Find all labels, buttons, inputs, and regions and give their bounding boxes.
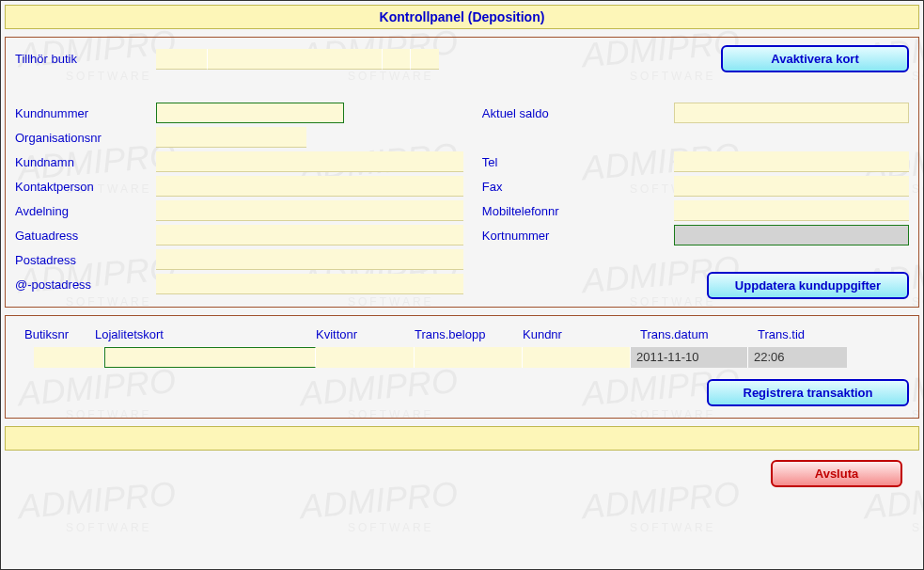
transaction-section: Butiksnr Lojalitetskort Kvittonr Trans.b… xyxy=(5,315,919,419)
label-avdelning: Avdelning xyxy=(15,201,156,221)
header-trans-belopp: Trans.belopp xyxy=(415,327,523,341)
header-kvittonr: Kvittonr xyxy=(316,327,415,341)
mobiltelefonnr-field[interactable] xyxy=(674,200,909,221)
cell-kvittonr[interactable] xyxy=(316,347,415,368)
cell-trans-tid[interactable]: 22:06 xyxy=(748,347,847,368)
label-mobiltelefonnr: Mobiltelefonnr xyxy=(482,201,586,221)
label-organisationsnr: Organisationsnr xyxy=(15,128,156,148)
panel-title: Kontrollpanel (Deposition) xyxy=(5,5,919,29)
cell-trans-belopp[interactable] xyxy=(415,347,523,368)
butik-code-field[interactable] xyxy=(156,49,208,70)
butik-name-field[interactable] xyxy=(208,49,383,70)
label-kortnummer: Kortnummer xyxy=(482,226,586,245)
kundnummer-field[interactable] xyxy=(156,103,344,123)
cell-lojalitetskort[interactable] xyxy=(104,347,316,368)
aktuel-saldo-field[interactable] xyxy=(674,103,909,123)
avdelning-field[interactable] xyxy=(156,200,463,221)
header-butiksnr: Butiksnr xyxy=(24,327,95,341)
avaktivera-kort-button[interactable]: Avaktivera kort xyxy=(721,45,909,72)
cell-butiksnr[interactable] xyxy=(34,347,104,368)
avsluta-button[interactable]: Avsluta xyxy=(771,460,902,487)
label-gatuadress: Gatuadress xyxy=(15,226,156,245)
tel-field[interactable] xyxy=(674,151,909,172)
kundnamn-field[interactable] xyxy=(156,151,463,172)
gatuadress-field[interactable] xyxy=(156,225,463,245)
cell-kundnr[interactable] xyxy=(523,347,631,368)
butik-extra2-field[interactable] xyxy=(411,49,439,70)
window: Kontrollpanel (Deposition) Tillhör butik… xyxy=(0,0,924,570)
label-fax: Fax xyxy=(482,177,586,197)
header-kundnr: Kundnr xyxy=(523,327,640,341)
transaction-row: 2011-11-10 22:06 xyxy=(15,347,909,368)
registrera-transaktion-button[interactable]: Registrera transaktion xyxy=(707,379,909,406)
header-trans-tid: Trans.tid xyxy=(758,327,852,341)
cell-trans-datum[interactable]: 2011-11-10 xyxy=(631,347,748,368)
transaction-headers: Butiksnr Lojalitetskort Kvittonr Trans.b… xyxy=(15,324,909,347)
kontaktperson-field[interactable] xyxy=(156,176,463,197)
header-lojalitetskort: Lojalitetskort xyxy=(95,327,316,341)
epostadress-field[interactable] xyxy=(156,274,463,294)
organisationsnr-field[interactable] xyxy=(156,127,306,148)
fax-field[interactable] xyxy=(674,176,909,197)
status-bar xyxy=(5,426,919,451)
customer-section: Tillhör butik Avaktivera kort Kundnummer… xyxy=(5,37,919,308)
kortnummer-field[interactable] xyxy=(674,225,909,245)
butik-extra1-field[interactable] xyxy=(383,49,411,70)
label-tel: Tel xyxy=(482,152,586,172)
label-tillhor-butik: Tillhör butik xyxy=(15,49,156,69)
label-kontaktperson: Kontaktperson xyxy=(15,177,156,197)
label-kundnamn: Kundnamn xyxy=(15,152,156,172)
label-kundnummer: Kundnummer xyxy=(15,103,156,123)
header-trans-datum: Trans.datum xyxy=(640,327,758,341)
postadress-field[interactable] xyxy=(156,249,463,270)
label-aktuel-saldo: Aktuel saldo xyxy=(482,103,586,123)
label-postadress: Postadress xyxy=(15,250,156,270)
butik-fields-group xyxy=(156,49,439,70)
uppdatera-kunduppgifter-button[interactable]: Uppdatera kunduppgifter xyxy=(707,272,909,299)
label-epostadress: @-postadress xyxy=(15,275,156,294)
